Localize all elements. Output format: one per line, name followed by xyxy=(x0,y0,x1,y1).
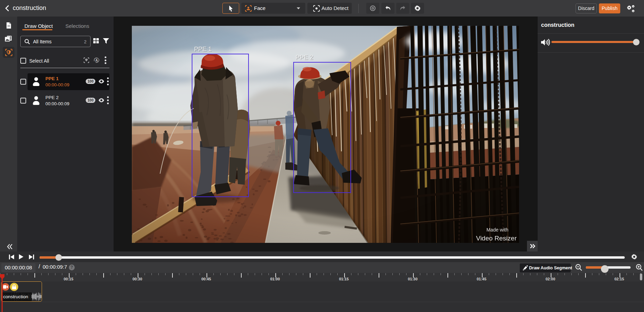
svg-text:Video Resizer: Video Resizer xyxy=(476,235,517,242)
svg-text:PPE 1: PPE 1 xyxy=(194,46,212,53)
svg-text:PPE 2: PPE 2 xyxy=(296,54,313,61)
svg-text:Made with: Made with xyxy=(486,227,508,233)
svg-text:A: A xyxy=(95,58,98,62)
